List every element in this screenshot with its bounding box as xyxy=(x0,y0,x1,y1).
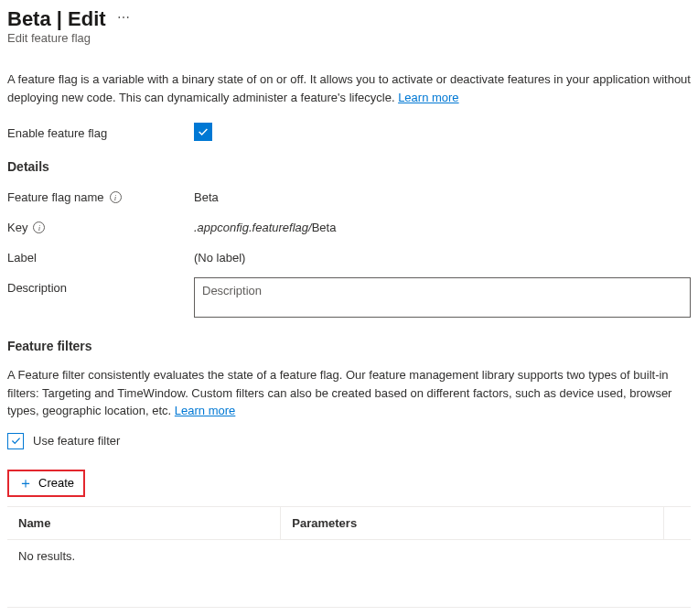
label-row: Label (No label) xyxy=(7,247,691,265)
page-title: Beta | Edit xyxy=(7,7,106,31)
key-name: Beta xyxy=(312,221,337,234)
col-params-header[interactable]: Parameters xyxy=(281,506,663,539)
filters-heading: Feature filters xyxy=(7,339,691,353)
intro-learn-more-link[interactable]: Learn more xyxy=(398,91,458,104)
use-filter-label: Use feature filter xyxy=(33,434,120,448)
description-row: Description xyxy=(7,277,691,320)
name-label: Feature flag name xyxy=(7,190,104,204)
create-filter-button[interactable]: ＋ Create xyxy=(7,470,85,497)
filters-learn-more-link[interactable]: Learn more xyxy=(175,404,235,417)
col-actions-header xyxy=(663,506,691,539)
name-value: Beta xyxy=(194,187,691,204)
footer-bar: Apply Discard xyxy=(7,607,691,617)
info-icon[interactable]: i xyxy=(110,191,122,203)
name-row: Feature flag name i Beta xyxy=(7,187,691,204)
checkmark-icon xyxy=(197,125,209,138)
intro-text: A feature flag is a variable with a bina… xyxy=(7,70,691,106)
use-filter-checkbox[interactable] xyxy=(7,433,24,449)
more-icon[interactable]: ⋯ xyxy=(117,10,131,25)
description-label: Description xyxy=(7,277,194,295)
key-row: Key i .appconfig.featureflag/Beta xyxy=(7,217,691,234)
no-results-cell: No results. xyxy=(7,539,691,572)
col-name-header[interactable]: Name xyxy=(7,506,281,539)
enable-flag-label: Enable feature flag xyxy=(7,123,194,140)
info-icon[interactable]: i xyxy=(33,222,45,233)
page-header: Beta | Edit ⋯ Edit feature flag xyxy=(7,7,691,45)
use-filter-row: Use feature filter xyxy=(7,433,691,449)
checkmark-icon xyxy=(10,435,22,447)
key-value: .appconfig.featureflag/Beta xyxy=(194,217,691,234)
create-label: Create xyxy=(38,476,74,490)
filters-text: A Feature filter consistently evaluates … xyxy=(7,366,691,420)
enable-flag-row: Enable feature flag xyxy=(7,123,691,141)
key-label: Key xyxy=(7,221,27,234)
key-prefix: .appconfig.featureflag/ xyxy=(194,221,312,234)
description-input[interactable] xyxy=(194,277,691,318)
enable-flag-checkbox[interactable] xyxy=(194,123,212,141)
label-value: (No label) xyxy=(194,247,691,265)
details-heading: Details xyxy=(7,159,691,174)
filters-body: A Feature filter consistently evaluates … xyxy=(7,368,671,417)
label-label: Label xyxy=(7,247,194,265)
page-subtitle: Edit feature flag xyxy=(7,31,691,45)
filters-table: Name Parameters No results. xyxy=(7,506,691,572)
intro-body: A feature flag is a variable with a bina… xyxy=(7,72,691,104)
table-row: No results. xyxy=(7,539,691,572)
plus-icon: ＋ xyxy=(18,476,33,491)
